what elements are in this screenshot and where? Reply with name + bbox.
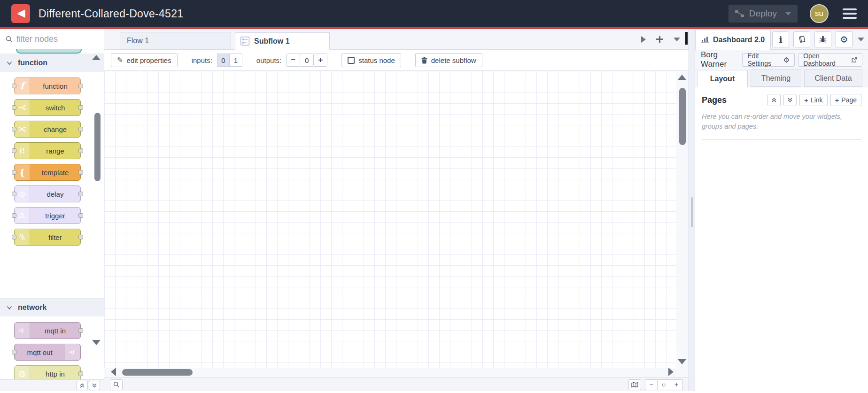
user-avatar[interactable]: su bbox=[810, 4, 829, 23]
expand-all-categories-button[interactable] bbox=[89, 381, 100, 390]
node-output-port bbox=[78, 148, 83, 153]
flow-canvas[interactable] bbox=[104, 71, 676, 368]
delete-subflow-button[interactable]: delete subflow bbox=[415, 53, 482, 67]
tab-layout[interactable]: Layout bbox=[697, 70, 748, 87]
filter-nodes-input[interactable] bbox=[16, 34, 87, 44]
status-node-toggle[interactable]: status node bbox=[341, 53, 401, 67]
book-icon bbox=[798, 35, 806, 43]
info-sidebar-button[interactable]: i bbox=[772, 31, 789, 47]
node-label: mqtt out bbox=[15, 344, 65, 360]
double-chevron-down-icon bbox=[787, 97, 793, 103]
palette-scroll-up-arrow[interactable] bbox=[92, 55, 101, 60]
workspace-tab-bar: Flow 1 Subflow 1 bbox=[104, 29, 689, 50]
node-output-port bbox=[78, 127, 83, 131]
node-label: template bbox=[30, 164, 80, 180]
inputs-option-1[interactable]: 1 bbox=[230, 54, 242, 67]
inputs-label: inputs: bbox=[192, 56, 212, 64]
canvas-scroll-right-arrow[interactable] bbox=[668, 368, 674, 376]
help-sidebar-button[interactable] bbox=[793, 31, 810, 47]
palette-node-function[interactable]: f function bbox=[14, 77, 81, 94]
tab-flow-1[interactable]: Flow 1 bbox=[120, 32, 231, 49]
deploy-options-caret-icon[interactable] bbox=[785, 12, 791, 15]
filter-icon bbox=[15, 229, 30, 245]
canvas-horizontal-scrollbar-thumb[interactable] bbox=[122, 369, 193, 376]
add-page-button[interactable]: + Page bbox=[830, 94, 861, 106]
sidebar-resize-handle[interactable] bbox=[689, 29, 695, 391]
sidebar-tab-dashboard[interactable]: Dashboard 2.0 bbox=[695, 30, 771, 50]
palette-node-switch[interactable]: switch bbox=[14, 99, 81, 116]
add-flow-icon[interactable] bbox=[656, 36, 663, 43]
app-header: Different-Collared-Dove-4521 Deploy su bbox=[0, 0, 868, 29]
collapse-all-categories-button[interactable] bbox=[77, 381, 88, 390]
search-flows-button[interactable] bbox=[110, 379, 123, 390]
category-nodes: f function bbox=[0, 72, 104, 251]
divider bbox=[702, 139, 861, 139]
plus-icon: + bbox=[835, 96, 839, 104]
settings-sidebar-button[interactable]: ⚙ bbox=[836, 31, 852, 47]
status-node-checkbox[interactable] bbox=[348, 57, 355, 64]
canvas-vertical-scrollbar-thumb[interactable] bbox=[679, 88, 686, 145]
add-output-button[interactable]: + bbox=[313, 54, 327, 67]
subflow-toolbar: ✎ edit properties inputs: 0 1 outputs: bbox=[104, 50, 689, 71]
canvas-scroll-up-arrow[interactable] bbox=[678, 75, 686, 80]
partially-visible-node[interactable] bbox=[16, 49, 82, 54]
node-input-port bbox=[12, 213, 16, 218]
tab-label: Flow 1 bbox=[127, 37, 149, 45]
flow-list-caret-icon[interactable] bbox=[674, 38, 680, 41]
zoom-out-button[interactable]: − bbox=[645, 379, 658, 390]
function-icon: f bbox=[15, 78, 30, 94]
node-input-port bbox=[12, 170, 16, 175]
canvas-scroll-left-arrow[interactable] bbox=[111, 368, 116, 376]
tab-subflow-1[interactable]: Subflow 1 bbox=[235, 32, 330, 50]
canvas-scroll-down-arrow[interactable] bbox=[678, 359, 686, 364]
category-label: function bbox=[18, 59, 47, 67]
next-tab-arrow-icon[interactable] bbox=[641, 36, 646, 43]
workspace: Flow 1 Subflow 1 bbox=[104, 29, 689, 391]
clock-icon bbox=[15, 186, 30, 202]
palette-node-change[interactable]: change bbox=[14, 121, 81, 138]
collapse-pages-button[interactable] bbox=[767, 94, 781, 106]
deploy-button[interactable]: Deploy bbox=[728, 5, 798, 23]
palette-node-delay[interactable]: delay bbox=[14, 185, 81, 202]
menu-bar-icon bbox=[843, 17, 857, 19]
palette-node-range[interactable]: range bbox=[14, 142, 81, 159]
debug-sidebar-button[interactable] bbox=[814, 31, 831, 47]
globe-icon bbox=[15, 366, 30, 379]
palette-search[interactable] bbox=[0, 29, 104, 49]
palette-scroll-down-arrow[interactable] bbox=[92, 340, 101, 345]
canvas-footer: − ○ + bbox=[104, 378, 689, 391]
chevron-down-icon bbox=[7, 306, 12, 310]
palette-node-mqtt-out[interactable]: mqtt out bbox=[14, 344, 81, 361]
node-output-port bbox=[78, 235, 83, 239]
tab-client-data[interactable]: Client Data bbox=[804, 69, 862, 87]
remove-output-button[interactable]: − bbox=[286, 54, 300, 67]
add-link-button[interactable]: + Link bbox=[799, 94, 827, 106]
sidebar-options-caret-icon[interactable] bbox=[858, 38, 864, 41]
deploy-icon bbox=[735, 9, 744, 18]
inputs-control: inputs: 0 1 bbox=[192, 54, 242, 67]
open-dashboard-button[interactable]: Open Dashboard bbox=[798, 53, 862, 67]
tab-theming[interactable]: Theming bbox=[751, 69, 801, 87]
zoom-reset-button[interactable]: ○ bbox=[658, 379, 670, 390]
palette-node-filter[interactable]: filter bbox=[14, 229, 81, 246]
palette-node-template[interactable]: { template bbox=[14, 164, 81, 181]
toggle-navigator-button[interactable] bbox=[628, 379, 641, 390]
zoom-in-button[interactable]: + bbox=[670, 379, 683, 390]
category-header-network[interactable]: network bbox=[0, 299, 104, 316]
flowfuse-logo-icon[interactable] bbox=[11, 4, 30, 23]
palette-scrollbar-thumb[interactable] bbox=[94, 113, 101, 181]
dashboard-instance-row: Borg Warner Edit Settings ⚙ Open Dashboa… bbox=[695, 50, 868, 69]
external-link-icon bbox=[852, 57, 857, 63]
info-icon: i bbox=[779, 34, 782, 45]
template-icon: { bbox=[15, 164, 30, 180]
node-output-port bbox=[78, 213, 83, 218]
palette-node-trigger[interactable]: trigger bbox=[14, 207, 81, 224]
palette-node-mqtt-in[interactable]: mqtt in bbox=[14, 322, 81, 339]
category-header-function[interactable]: function bbox=[0, 54, 104, 72]
inputs-option-0[interactable]: 0 bbox=[217, 54, 230, 67]
edit-settings-button[interactable]: Edit Settings ⚙ bbox=[742, 53, 795, 67]
palette-node-http-in[interactable]: http in bbox=[14, 365, 81, 379]
main-menu-button[interactable] bbox=[841, 7, 859, 21]
expand-pages-button[interactable] bbox=[783, 94, 797, 106]
edit-properties-button[interactable]: ✎ edit properties bbox=[111, 53, 178, 67]
